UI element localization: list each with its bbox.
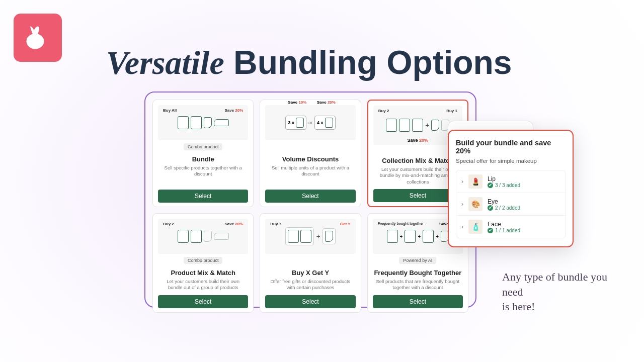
card-title: Product Mix & Match [171, 269, 235, 277]
popup-row-lip[interactable]: › 💄 Lip 3 / 3 added [456, 170, 565, 193]
product-icon [288, 230, 299, 243]
or-text: or [308, 120, 312, 125]
product-icon [325, 231, 333, 242]
ill-label-left: Frequently bought together [378, 222, 424, 225]
popup-title: Build your bundle and save 20% [456, 139, 566, 155]
product-icon [431, 120, 439, 131]
card-pill: Combo product [184, 257, 223, 264]
chevron-right-icon: › [461, 223, 463, 230]
select-button[interactable]: Select [158, 295, 248, 308]
product-icon [412, 119, 423, 132]
bundle-popup: Build your bundle and save 20% Special o… [448, 130, 574, 247]
popup-row-face[interactable]: › 🧴 Face 1 / 1 added [456, 216, 565, 238]
product-icon [405, 230, 416, 243]
row-status: 1 / 1 added [488, 228, 520, 233]
plus-icon: + [425, 121, 429, 129]
card-buy-x-get-y: Buy X Get Y + Buy X Get Y Offer free gif… [260, 213, 361, 313]
product-icon [214, 233, 229, 240]
card-product-mix-match: Buy 2 Save 20% Combo product Product Mix… [152, 213, 254, 313]
product-icon [214, 119, 229, 126]
chevron-right-icon: › [461, 178, 463, 185]
app-logo [14, 14, 62, 62]
card-desc: Sell specific products together with a d… [158, 165, 248, 186]
card-desc: Sell multiple units of a product with a … [265, 165, 355, 186]
card-title: Buy X Get Y [292, 269, 329, 277]
ill-label-left: Buy X [270, 222, 282, 226]
product-icon [387, 230, 398, 243]
ill-label-right: Save 20% [224, 108, 243, 113]
row-name: Lip [488, 175, 520, 183]
product-icon [204, 117, 212, 128]
product-icon [399, 119, 410, 132]
tagline-text: Any type of bundle you need is here! [502, 269, 623, 314]
ill-label-right: Get Y [340, 222, 351, 226]
row-status: 2 / 2 added [488, 205, 520, 211]
card-pill: Powered by AI [399, 257, 436, 264]
mult-box: Save 20% 4 x [314, 116, 336, 130]
product-icon [191, 116, 202, 129]
card-title: Volume Discounts [282, 155, 339, 163]
popup-list: › 💄 Lip 3 / 3 added › 🎨 Eye 2 / 2 added … [456, 170, 566, 238]
plus-icon: + [316, 232, 320, 240]
popup-subtitle: Special offer for simple makeup [456, 158, 566, 164]
card-desc: Let your customers build their own bundl… [158, 279, 248, 291]
mult-box: Save 10% 3 x [285, 116, 306, 130]
rabbit-icon [23, 23, 53, 53]
product-icon [191, 230, 202, 243]
select-button[interactable]: Select [265, 190, 355, 203]
card-illustration: Buy All Save 20% [158, 105, 248, 140]
card-title: Frequently Bought Together [374, 269, 461, 277]
card-desc: Sell products that are frequently bought… [373, 279, 463, 291]
card-pill: Combo product [184, 143, 223, 150]
options-panel: Buy All Save 20% Combo product Bundle Se… [144, 92, 476, 308]
select-button[interactable]: Select [158, 190, 248, 203]
card-title: Collection Mix & Match [382, 157, 453, 164]
chevron-right-icon: › [461, 201, 463, 208]
row-name: Eye [488, 198, 520, 205]
card-illustration: Buy X Get Y + [265, 219, 355, 254]
card-desc: Offer free gifts or discounted products … [265, 279, 355, 291]
card-title: Bundle [192, 155, 214, 163]
heading-rest: Bundling Options [224, 44, 512, 81]
popup-row-eye[interactable]: › 🎨 Eye 2 / 2 added [456, 193, 565, 216]
product-icon [386, 119, 397, 132]
card-volume-discounts: Save 10% 3 x or Save 20% 4 x Volume Disc… [260, 100, 361, 207]
product-thumb: 💄 [468, 174, 482, 189]
product-icon [178, 230, 189, 243]
row-status: 3 / 3 added [488, 183, 520, 188]
product-thumb: 🧴 [468, 220, 482, 234]
ill-label-left: Buy 2 [378, 109, 389, 113]
card-illustration: Buy 2 Save 20% [158, 219, 248, 254]
product-icon [423, 230, 434, 243]
product-icon [300, 230, 311, 243]
ill-label-left: Buy 2 [163, 222, 174, 226]
card-bundle: Buy All Save 20% Combo product Bundle Se… [152, 100, 254, 207]
product-icon [178, 116, 189, 129]
select-button[interactable]: Select [373, 295, 463, 308]
heading-italic: Versatile [106, 44, 224, 81]
ill-label-left: Buy All [163, 108, 177, 113]
select-button[interactable]: Select [265, 295, 355, 308]
row-name: Face [488, 221, 520, 228]
product-icon [204, 231, 212, 242]
page-heading: Versatile Bundling Options [106, 43, 512, 82]
card-illustration: Save 10% 3 x or Save 20% 4 x [265, 105, 355, 140]
product-thumb: 🎨 [468, 197, 482, 211]
ill-label-right: Save 20% [224, 222, 243, 226]
ill-label-right: Buy 1 [446, 109, 457, 113]
